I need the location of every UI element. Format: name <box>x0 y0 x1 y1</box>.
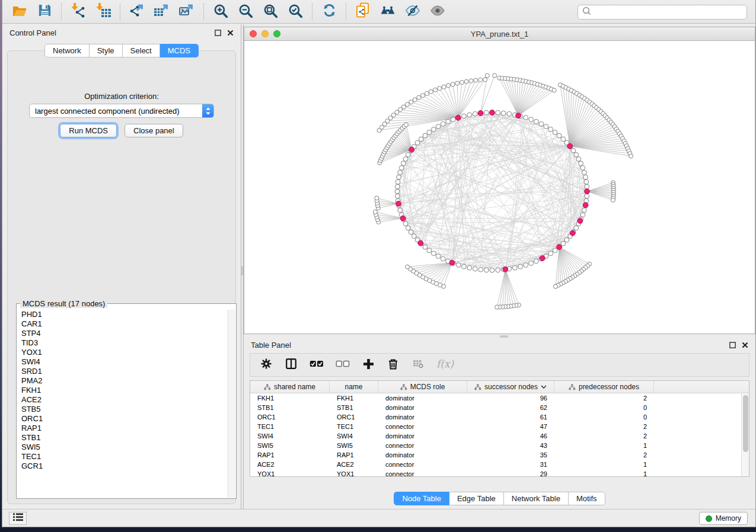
close-panel-button[interactable]: Close panel <box>125 124 183 137</box>
float-panel-icon[interactable] <box>214 29 221 36</box>
cell-predecessor-nodes[interactable]: 2 <box>554 451 654 459</box>
table-row[interactable]: ORC1ORC1dominator610 <box>250 412 749 422</box>
cell-name[interactable]: ACE2 <box>330 461 378 468</box>
mcds-node-item[interactable]: STB1 <box>18 433 227 443</box>
mcds-node-item[interactable]: YOX1 <box>18 348 227 357</box>
cell-successor-nodes[interactable]: 35 <box>467 451 554 459</box>
cell-name[interactable]: STB1 <box>330 404 378 411</box>
table-settings-button[interactable] <box>260 357 273 373</box>
cell-MCDS-role[interactable]: dominator <box>378 404 467 411</box>
cell-shared-name[interactable]: STB1 <box>250 404 330 411</box>
splitter-grip[interactable] <box>241 266 243 275</box>
select-all-checks-button[interactable] <box>310 357 324 373</box>
mcds-node-item[interactable]: PMA2 <box>18 376 227 386</box>
float-panel-icon[interactable] <box>729 341 736 348</box>
tab-motifs[interactable]: Motifs <box>569 492 605 505</box>
cell-successor-nodes[interactable]: 31 <box>467 461 554 468</box>
task-history-button[interactable] <box>9 512 27 525</box>
cell-MCDS-role[interactable]: dominator <box>378 395 467 402</box>
mcds-node-item[interactable]: STP4 <box>18 329 227 338</box>
cell-successor-nodes[interactable]: 47 <box>467 423 554 430</box>
mcds-node-item[interactable]: SRD1 <box>18 367 227 376</box>
cell-successor-nodes[interactable]: 43 <box>467 442 554 449</box>
close-panel-icon[interactable] <box>741 341 748 348</box>
column-header-successor-nodes[interactable]: successor nodes <box>467 381 554 393</box>
mcds-node-item[interactable]: CAR1 <box>18 319 227 329</box>
cell-predecessor-nodes[interactable]: 2 <box>554 432 654 440</box>
mcds-node-item[interactable]: STB5 <box>18 405 227 414</box>
cell-shared-name[interactable]: SWI4 <box>250 432 330 440</box>
cell-name[interactable]: TEC1 <box>330 423 378 430</box>
mcds-node-item[interactable]: ORC1 <box>18 414 227 424</box>
cell-successor-nodes[interactable]: 96 <box>467 395 554 402</box>
cell-shared-name[interactable]: RAP1 <box>250 451 330 459</box>
criterion-dropdown[interactable]: largest connected component (undirected) <box>29 104 214 118</box>
close-panel-icon[interactable] <box>227 29 234 36</box>
table-row[interactable]: TEC1TEC1connector472 <box>250 422 749 431</box>
toolbar-open-session-button[interactable] <box>7 2 32 22</box>
cell-name[interactable]: YOX1 <box>330 470 378 477</box>
mcds-node-item[interactable]: RAP1 <box>18 424 227 433</box>
cell-successor-nodes[interactable]: 62 <box>467 404 554 411</box>
mcds-list-scrollbar[interactable] <box>228 310 235 498</box>
mcds-node-item[interactable]: SWI5 <box>18 443 227 452</box>
clear-all-checks-button[interactable] <box>336 357 350 373</box>
cell-successor-nodes[interactable]: 29 <box>467 470 554 477</box>
cell-successor-nodes[interactable]: 46 <box>467 432 554 440</box>
mcds-node-item[interactable]: FKH1 <box>18 386 227 395</box>
cell-predecessor-nodes[interactable]: 2 <box>554 395 654 402</box>
toolbar-refresh-button[interactable] <box>317 2 342 22</box>
scrollbar-thumb[interactable] <box>743 395 748 452</box>
cell-predecessor-nodes[interactable]: 0 <box>554 404 654 411</box>
run-mcds-button[interactable]: Run MCDS <box>60 124 117 137</box>
table-row[interactable]: FKH1FKH1dominator962 <box>250 393 749 403</box>
search-box[interactable] <box>578 5 747 20</box>
cell-shared-name[interactable]: SWI5 <box>250 442 330 449</box>
tab-network-table[interactable]: Network Table <box>504 492 569 505</box>
table-row[interactable]: STB1STB1dominator620 <box>250 403 749 412</box>
toolbar-zoom-out-button[interactable] <box>233 2 258 22</box>
toolbar-hide-selected-button[interactable] <box>400 2 425 22</box>
cell-shared-name[interactable]: FKH1 <box>250 395 330 402</box>
tab-select[interactable]: Select <box>123 44 160 57</box>
column-header-shared-name[interactable]: shared name <box>250 381 330 393</box>
cell-shared-name[interactable]: YOX1 <box>250 470 330 477</box>
cell-name[interactable]: SWI5 <box>330 442 378 449</box>
cell-MCDS-role[interactable]: dominator <box>378 451 467 459</box>
toolbar-find-button[interactable] <box>375 2 400 22</box>
toolbar-save-session-button[interactable] <box>32 2 57 22</box>
cell-MCDS-role[interactable]: dominator <box>378 414 467 421</box>
cell-name[interactable]: ORC1 <box>330 414 378 421</box>
cell-predecessor-nodes[interactable]: 1 <box>554 442 654 449</box>
network-window-titlebar[interactable]: YPA_prune.txt_1 <box>244 27 755 41</box>
toolbar-import-network-button[interactable] <box>66 2 91 22</box>
table-row[interactable]: SWI4SWI4dominator462 <box>250 431 749 441</box>
cell-shared-name[interactable]: ORC1 <box>250 414 330 421</box>
cell-MCDS-role[interactable]: connector <box>378 442 467 449</box>
mcds-node-item[interactable]: TEC1 <box>18 452 227 462</box>
column-header-predecessor-nodes[interactable]: predecessor nodes <box>554 381 654 393</box>
table-row[interactable]: RAP1RAP1dominator352 <box>250 450 749 460</box>
cell-name[interactable]: FKH1 <box>330 395 378 402</box>
cell-name[interactable]: RAP1 <box>330 451 378 459</box>
memory-button[interactable]: Memory <box>699 512 748 525</box>
cell-shared-name[interactable]: ACE2 <box>250 461 330 468</box>
tab-edge-table[interactable]: Edge Table <box>449 492 504 505</box>
table-row[interactable]: SWI5SWI5connector431 <box>250 441 749 450</box>
toolbar-zoom-selected-button[interactable] <box>283 2 308 22</box>
cell-predecessor-nodes[interactable]: 1 <box>554 470 654 477</box>
cell-predecessor-nodes[interactable]: 0 <box>554 414 654 421</box>
tab-node-table[interactable]: Node Table <box>394 492 449 505</box>
toolbar-import-table-button[interactable] <box>91 2 116 22</box>
cell-shared-name[interactable]: TEC1 <box>250 423 330 430</box>
network-canvas[interactable] <box>244 41 755 334</box>
toolbar-export-network-button[interactable] <box>125 2 149 22</box>
toggle-columns-button[interactable] <box>285 357 298 373</box>
column-header-name[interactable]: name <box>330 381 378 393</box>
tab-style[interactable]: Style <box>90 44 123 57</box>
mcds-node-item[interactable]: SWI4 <box>18 357 227 367</box>
delete-column-button[interactable] <box>387 357 400 373</box>
cell-successor-nodes[interactable]: 61 <box>467 414 554 421</box>
cell-MCDS-role[interactable]: connector <box>378 423 467 430</box>
cell-predecessor-nodes[interactable]: 1 <box>554 461 654 468</box>
